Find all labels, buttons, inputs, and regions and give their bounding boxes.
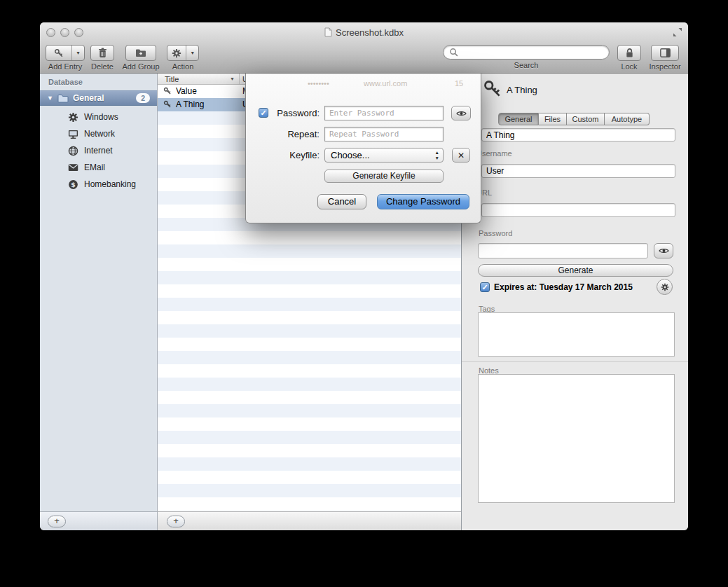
- action-button[interactable]: ▾: [167, 45, 199, 61]
- add-entry-button[interactable]: ▾: [46, 45, 85, 61]
- search-input[interactable]: [462, 48, 603, 57]
- lock-label: Lock: [621, 62, 637, 71]
- change-password-button[interactable]: Change Password: [377, 194, 469, 209]
- inspector-item: Inspector: [645, 45, 685, 71]
- sidebar-group-general[interactable]: ▼ General 2: [40, 90, 157, 106]
- svg-text:$: $: [71, 180, 76, 188]
- dimmed-url-cell: www.url.com: [364, 79, 407, 88]
- password-enabled-checkbox[interactable]: ✓: [259, 108, 268, 118]
- add-entry-item: ▾ Add Entry: [46, 45, 85, 71]
- cancel-button[interactable]: Cancel: [317, 194, 366, 209]
- eye-icon: [456, 110, 467, 117]
- add-entry-label: Add Entry: [48, 62, 82, 71]
- screen-background: Screenshot.kdbx ▾ Add Entry Delete: [0, 0, 728, 587]
- sidebar-item-label: EMail: [84, 163, 105, 172]
- dropdown-arrow-icon: ▾: [191, 50, 194, 56]
- generate-password-button[interactable]: Generate: [478, 264, 673, 277]
- expires-label: Expires at: Tuesday 17 March 2015: [494, 282, 633, 292]
- entry-list-footer: +: [158, 511, 461, 530]
- action-dropdown[interactable]: ▾: [186, 46, 198, 60]
- inspector-entry-title: A Thing: [507, 85, 537, 95]
- clear-keyfile-button[interactable]: ✕: [452, 148, 470, 163]
- delete-item: Delete: [86, 45, 118, 71]
- tab-autotype[interactable]: Autotype: [605, 113, 650, 125]
- delete-button[interactable]: [90, 45, 114, 61]
- dialog-password-label: Password:: [273, 106, 320, 120]
- username-label: Username: [476, 149, 512, 158]
- dimmed-modified-cell: 15: [455, 79, 463, 88]
- notes-field[interactable]: [478, 374, 675, 503]
- add-group-button[interactable]: [125, 45, 156, 61]
- new-password-input[interactable]: [324, 106, 444, 120]
- sidebar-item-label: Homebanking: [84, 179, 136, 189]
- inspector-button[interactable]: [651, 45, 679, 61]
- sidebar: Database ▼ General 2 Windows Network: [40, 74, 158, 511]
- group-count-badge: 2: [136, 93, 150, 103]
- key-plus-icon: [46, 46, 71, 60]
- sidebar-item-email[interactable]: EMail: [40, 159, 157, 176]
- tab-custom[interactable]: Custom: [567, 113, 605, 125]
- sidebar-item-homebanking[interactable]: $ Homebanking: [40, 176, 157, 193]
- add-entry-footer-button[interactable]: +: [167, 516, 185, 527]
- dimmed-password-cell: ••••••••: [308, 79, 329, 88]
- titlebar: Screenshot.kdbx: [40, 22, 688, 42]
- keyfile-popup[interactable]: Choose... ▲ ▼: [324, 148, 444, 163]
- lock-icon: [625, 48, 634, 58]
- stepper-up-icon: ▲: [435, 150, 439, 156]
- delete-label: Delete: [91, 62, 114, 71]
- entry-title-cell: Value: [176, 86, 197, 96]
- search-icon: [449, 48, 458, 57]
- app-window: Screenshot.kdbx ▾ Add Entry Delete: [40, 22, 688, 530]
- search-field[interactable]: [443, 45, 610, 60]
- stepper-down-icon: ▼: [435, 156, 439, 161]
- title-field[interactable]: [481, 128, 675, 141]
- expires-options-button[interactable]: [657, 279, 673, 295]
- inspector-panel: A Thing General Files Custom Autotype Us…: [461, 74, 688, 530]
- gear-icon: [661, 283, 669, 291]
- search-item: Search: [443, 45, 610, 69]
- sidebar-item-internet[interactable]: Internet: [40, 142, 157, 159]
- sidebar-item-network[interactable]: Network: [40, 125, 157, 142]
- dialog-repeat-label: Repeat:: [260, 127, 320, 141]
- change-password-dialog: •••••••• www.url.com 15 ✓ Password: Repe…: [245, 74, 481, 223]
- tab-files[interactable]: Files: [539, 113, 567, 125]
- keyfile-popup-value: Choose...: [331, 150, 370, 160]
- add-group-item: Add Group: [120, 45, 162, 71]
- coin-icon: $: [68, 179, 78, 190]
- username-field[interactable]: [481, 164, 675, 178]
- toolbar: ▾ Add Entry Delete Add Group: [40, 42, 688, 74]
- search-label: Search: [514, 61, 539, 69]
- eye-icon: [659, 247, 669, 254]
- inspector-tabs: General Files Custom Autotype: [498, 113, 650, 125]
- sidebar-header: Database: [48, 78, 83, 86]
- folder-icon: [57, 94, 69, 103]
- expires-checkbox[interactable]: ✓: [480, 282, 490, 292]
- sidebar-item-label: Network: [84, 129, 115, 139]
- key-icon: [163, 87, 172, 97]
- column-divider[interactable]: [239, 74, 240, 84]
- dropdown-arrow-icon: ▾: [76, 50, 79, 56]
- tab-general[interactable]: General: [498, 113, 539, 125]
- column-header-title[interactable]: Title: [165, 75, 179, 83]
- fullscreen-icon[interactable]: [673, 27, 682, 37]
- envelope-icon: [68, 163, 78, 172]
- password-field[interactable]: [478, 243, 648, 258]
- inspector-panel-icon: [660, 48, 671, 57]
- sort-indicator-icon: ▼: [230, 76, 235, 81]
- reveal-new-password-button[interactable]: [451, 106, 471, 120]
- generate-keyfile-button[interactable]: Generate Keyfile: [324, 170, 444, 183]
- repeat-password-input[interactable]: [324, 127, 444, 141]
- password-label: Password: [479, 229, 512, 237]
- url-field[interactable]: [481, 203, 675, 217]
- sidebar-item-windows[interactable]: Windows: [40, 109, 157, 125]
- gear-icon: [68, 112, 78, 123]
- lock-button[interactable]: [617, 45, 641, 61]
- tags-field[interactable]: [478, 312, 675, 357]
- add-group-footer-button[interactable]: +: [48, 516, 66, 527]
- disclosure-triangle-icon[interactable]: ▼: [47, 95, 53, 102]
- reveal-password-button[interactable]: [654, 243, 673, 258]
- add-entry-dropdown[interactable]: ▾: [71, 46, 84, 60]
- window-title-area: Screenshot.kdbx: [40, 22, 688, 42]
- sidebar-item-label: Windows: [84, 112, 118, 122]
- popup-stepper-icon: ▲ ▼: [435, 150, 439, 161]
